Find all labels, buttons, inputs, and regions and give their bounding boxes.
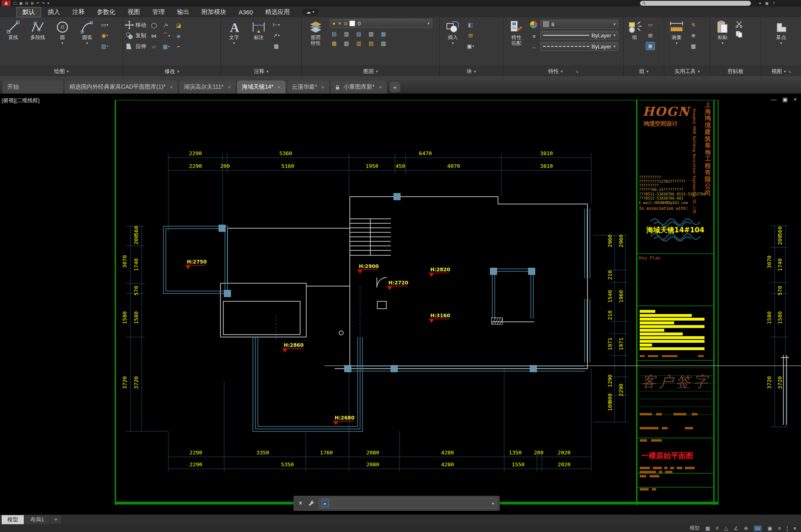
ungroup-icon[interactable]: ▭ xyxy=(646,21,655,29)
group-button[interactable]: 组 xyxy=(625,19,644,40)
status-model-button[interactable]: 模型 xyxy=(690,525,700,532)
tab-addins[interactable]: 附加模块 xyxy=(196,7,232,17)
base-point-button[interactable]: 基点▾ xyxy=(770,19,793,46)
tab-a360[interactable]: A360 xyxy=(233,8,259,16)
mirror-icon[interactable]: ⋈ xyxy=(149,32,158,40)
close-icon[interactable]: × xyxy=(379,84,382,90)
viewport-controls-label[interactable]: [俯视][二维线框] xyxy=(2,97,39,104)
new-file-icon[interactable]: ▢ xyxy=(13,0,17,6)
print-icon[interactable]: ⊞ xyxy=(31,0,34,6)
tab-parametric[interactable]: 参数化 xyxy=(91,7,121,17)
file-tab-haiyu-tianjing[interactable]: 海域天镜14*× xyxy=(237,80,286,94)
panel-label-properties[interactable]: 特性▾↘ xyxy=(503,66,623,76)
undo-icon[interactable]: ↶ xyxy=(36,0,39,6)
tab-insert[interactable]: 插入 xyxy=(42,7,66,17)
redo-icon[interactable]: ↷ xyxy=(42,0,45,6)
rectangle-tool-icon[interactable]: ▭▾ xyxy=(100,21,109,29)
command-input-field[interactable]: ▸ ▾ xyxy=(319,498,497,509)
color-select[interactable]: 8 ▾ xyxy=(540,20,618,29)
tab-annotate[interactable]: 注释 xyxy=(67,7,90,17)
dimension-button[interactable]: 标注 xyxy=(247,19,270,40)
osnap-toggle-icon[interactable]: ⊕ xyxy=(744,525,748,531)
scale-icon[interactable]: ▱ xyxy=(149,42,158,50)
layer-current-icon[interactable]: ▦ xyxy=(330,39,339,47)
panel-label-block[interactable]: 块▾ xyxy=(440,66,503,76)
tab-layout1[interactable]: 布局1 xyxy=(25,515,50,524)
osnap-2d-toggle-icon[interactable]: ▭ xyxy=(754,525,762,531)
layer-isolate-icon[interactable]: ▤ xyxy=(330,30,339,38)
lineweight-list-icon[interactable]: ≡ xyxy=(530,32,539,40)
file-tab-yunxi-huating[interactable]: 云溪华庭*× xyxy=(287,80,329,94)
ortho-toggle-icon[interactable]: △ xyxy=(724,525,728,531)
command-input[interactable] xyxy=(331,500,489,507)
layer-match-icon[interactable]: ▩ xyxy=(379,30,388,38)
tab-featured-apps[interactable]: 精选应用 xyxy=(259,7,296,17)
circle-button[interactable]: 圆▾ xyxy=(51,19,74,46)
search-input[interactable] xyxy=(640,1,751,6)
customize-icon[interactable]: ▾ xyxy=(794,525,796,531)
close-icon[interactable]: × xyxy=(278,84,281,90)
panel-label-modify[interactable]: 修改▾ xyxy=(123,66,220,76)
block-edit-icon[interactable]: ◧ xyxy=(466,21,475,29)
group-selection-toggle-icon[interactable]: ▣ xyxy=(646,42,655,50)
rotate-icon[interactable]: ◯ xyxy=(149,21,158,29)
paste-button[interactable]: 粘贴▾ xyxy=(712,19,733,46)
panel-label-layers[interactable]: 图层▾ xyxy=(302,66,439,76)
close-icon[interactable]: × xyxy=(170,84,173,90)
close-icon[interactable]: × xyxy=(321,84,324,90)
file-tab-start[interactable]: 开始 xyxy=(2,80,63,94)
tab-manage[interactable]: 管理 xyxy=(147,7,170,17)
panel-label-groups[interactable]: 组▾ xyxy=(624,66,664,76)
donut-tool-icon[interactable]: ◉▾ xyxy=(100,31,109,39)
save-icon[interactable]: ⊟ xyxy=(25,0,28,6)
exchange-icon[interactable]: ▣ xyxy=(765,0,769,6)
panel-label-draw[interactable]: 绘图▾ xyxy=(0,66,123,76)
line-button[interactable]: 直线 xyxy=(2,19,25,40)
cut-icon[interactable] xyxy=(735,21,743,28)
stretch-button[interactable]: 拉伸 xyxy=(125,42,146,51)
layer-properties-button[interactable]: 图层特性 xyxy=(303,19,328,46)
match-brush-icon[interactable]: ◪ xyxy=(174,21,183,29)
calculator-icon[interactable]: ▦ xyxy=(689,42,698,50)
group-edit-icon[interactable]: ⊞ xyxy=(646,31,655,39)
panel-label-utilities[interactable]: 实用工具▾ xyxy=(664,66,710,76)
app-logo-icon[interactable]: A xyxy=(2,0,11,6)
linetype-select[interactable]: ByLayer ▾ xyxy=(540,42,618,51)
arc-button[interactable]: 圆弧▾ xyxy=(76,19,99,46)
quick-select-icon[interactable]: ↯ xyxy=(689,21,698,29)
layer-unlock-icon[interactable]: ▤ xyxy=(367,39,376,47)
trim-icon[interactable]: ∕▾ xyxy=(162,21,171,29)
cloud-menu-button[interactable]: ☁ ▾ xyxy=(302,9,319,15)
layer-freeze2-icon[interactable]: ▧ xyxy=(354,30,363,38)
tab-model[interactable]: 模型 xyxy=(2,515,24,524)
offset-icon[interactable]: ⌐ xyxy=(174,42,183,50)
add-layout-button[interactable]: + xyxy=(50,516,61,523)
layer-lock2-icon[interactable]: ▨ xyxy=(367,30,376,38)
tab-default[interactable]: 默认 xyxy=(16,7,41,17)
color-wheel-icon[interactable] xyxy=(530,21,538,29)
layer-unisolate-icon[interactable]: ▥ xyxy=(342,30,351,38)
minimize-icon[interactable]: — xyxy=(771,96,777,103)
measure-button[interactable]: 测量▾ xyxy=(666,19,687,46)
file-tab-xiaodong-library[interactable]: 小董图库新*× xyxy=(330,80,387,94)
close-icon[interactable]: × xyxy=(296,500,305,507)
layer-select[interactable]: ● ☀ ◘ 0 ▾ xyxy=(330,19,432,28)
snap-toggle-icon[interactable]: # xyxy=(716,525,718,531)
command-line-dock[interactable]: × ▸ ▾ xyxy=(294,496,500,511)
insert-block-button[interactable]: 插入▾ xyxy=(441,19,464,46)
hatch-tool-icon[interactable]: ▨▾ xyxy=(100,42,109,50)
close-icon[interactable]: × xyxy=(227,84,231,90)
leader-icon[interactable]: ↗▾ xyxy=(272,31,281,39)
linetype-list-icon[interactable]: ┄ xyxy=(530,44,539,52)
text-button[interactable]: A 文字▾ xyxy=(223,19,246,46)
layer-on2-icon[interactable]: ▥ xyxy=(354,39,363,47)
new-drawing-button[interactable]: + xyxy=(390,82,400,92)
explode-icon[interactable]: ◈ xyxy=(174,32,183,40)
fillet-icon[interactable]: ⌒▾ xyxy=(162,32,171,40)
move-button[interactable]: 移动 xyxy=(125,21,146,30)
polyline-button[interactable]: 多段线 xyxy=(26,19,49,40)
panel-label-annotate[interactable]: 注释▾ xyxy=(221,66,301,76)
block-attributes-icon[interactable]: ▣▾ xyxy=(466,42,475,50)
help-icon[interactable]: ? xyxy=(773,0,775,6)
copy-button[interactable]: 复制 xyxy=(125,31,146,40)
